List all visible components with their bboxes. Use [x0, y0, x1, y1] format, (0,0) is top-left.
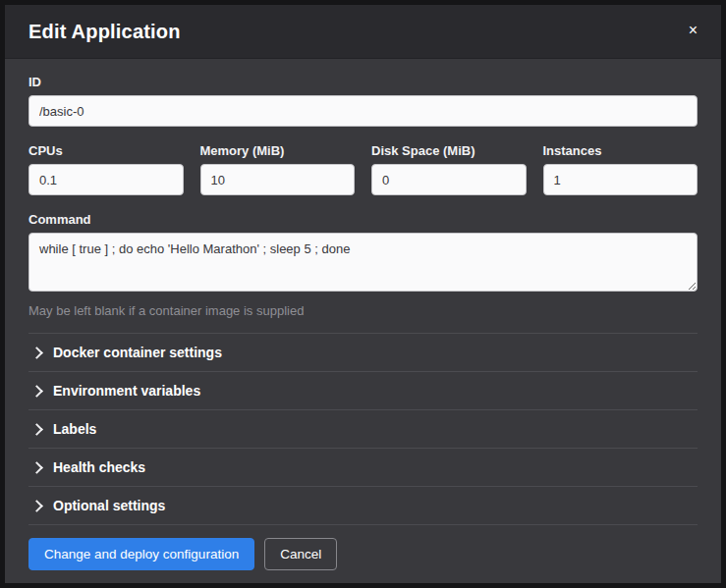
chevron-right-icon — [30, 461, 43, 474]
id-label: ID — [28, 75, 698, 89]
chevron-right-icon — [30, 385, 43, 398]
memory-field-group: Memory (MiB) — [200, 143, 356, 195]
modal-title: Edit Application — [28, 21, 181, 43]
modal-header: Edit Application × — [5, 5, 721, 59]
instances-input[interactable] — [543, 164, 698, 195]
command-textarea[interactable]: while [ true ] ; do echo 'Hello Marathon… — [28, 233, 698, 292]
modal-footer: Change and deploy configuration Cancel — [5, 525, 721, 585]
chevron-right-icon — [30, 347, 43, 359]
cpus-label: CPUs — [28, 143, 184, 158]
cpus-input[interactable] — [28, 164, 184, 195]
section-docker-container-settings[interactable]: Docker container settings — [28, 334, 698, 372]
cancel-button[interactable]: Cancel — [264, 538, 337, 570]
command-field-group: Command while [ true ] ; do echo 'Hello … — [28, 212, 698, 318]
section-label: Optional settings — [53, 498, 165, 513]
chevron-right-icon — [30, 500, 43, 512]
section-labels[interactable]: Labels — [28, 410, 698, 449]
edit-application-modal: Edit Application × ID CPUs Memory (MiB) … — [5, 5, 721, 583]
section-label: Docker container settings — [53, 345, 222, 360]
section-optional-settings[interactable]: Optional settings — [28, 487, 698, 525]
section-label: Environment variables — [53, 383, 200, 399]
section-environment-variables[interactable]: Environment variables — [28, 372, 698, 410]
id-field-group: ID — [28, 75, 698, 127]
section-health-checks[interactable]: Health checks — [28, 449, 698, 487]
close-icon[interactable]: × — [685, 21, 701, 40]
collapsible-sections: Docker container settings Environment va… — [28, 333, 698, 525]
id-input[interactable] — [28, 95, 698, 127]
memory-input[interactable] — [200, 164, 356, 195]
chevron-right-icon — [30, 423, 43, 436]
section-label: Health checks — [53, 459, 145, 475]
disk-label: Disk Space (MiB) — [371, 143, 527, 158]
disk-input[interactable] — [371, 164, 527, 195]
disk-field-group: Disk Space (MiB) — [371, 143, 527, 195]
command-helper-text: May be left blank if a container image i… — [28, 303, 698, 318]
change-and-deploy-button[interactable]: Change and deploy configuration — [28, 538, 254, 570]
cpus-field-group: CPUs — [28, 143, 184, 195]
resources-row: CPUs Memory (MiB) Disk Space (MiB) Insta… — [28, 143, 698, 195]
instances-field-group: Instances — [543, 143, 698, 195]
memory-label: Memory (MiB) — [200, 143, 356, 158]
instances-label: Instances — [543, 143, 698, 158]
command-label: Command — [28, 212, 698, 227]
section-label: Labels — [53, 421, 96, 437]
modal-body: ID CPUs Memory (MiB) Disk Space (MiB) In… — [5, 59, 721, 525]
